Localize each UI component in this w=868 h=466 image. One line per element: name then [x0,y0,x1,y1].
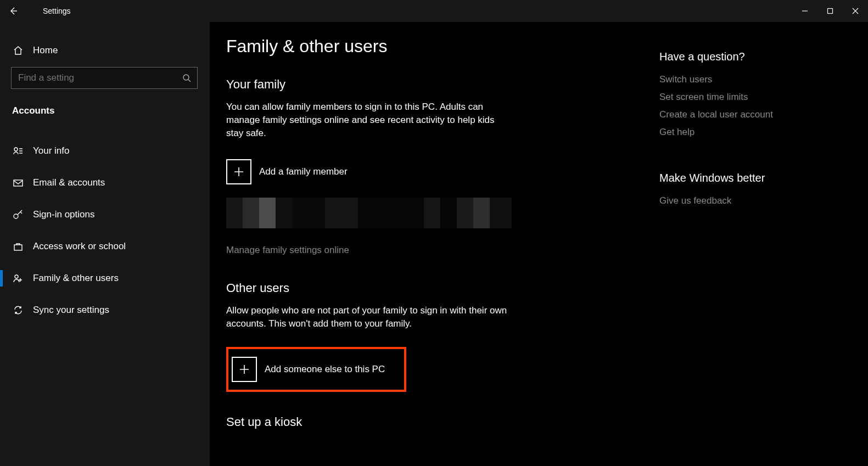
svg-rect-0 [828,9,833,14]
sync-icon [12,305,24,316]
svg-point-1 [183,75,189,80]
help-column: Have a question? Switch users Set screen… [659,50,824,213]
svg-point-6 [15,275,18,278]
minimize-button[interactable] [792,0,817,22]
sidebar-item-label: Sign-in options [33,209,94,220]
people-icon [12,273,24,284]
help-link-screen-time[interactable]: Set screen time limits [659,92,824,103]
sidebar-nav: Your info Email & accounts Sign-in optio… [0,135,210,326]
kiosk-heading: Set up a kiosk [226,415,868,429]
sidebar-item-sync-settings[interactable]: Sync your settings [0,294,210,326]
back-arrow-icon [8,6,18,16]
sidebar-home[interactable]: Home [0,36,210,65]
sidebar-item-family-other-users[interactable]: Family & other users [0,262,210,294]
sidebar-item-access-work-school[interactable]: Access work or school [0,231,210,262]
sidebar-item-email-accounts[interactable]: Email & accounts [0,167,210,199]
svg-point-4 [14,214,18,218]
briefcase-icon [12,241,24,252]
family-member-row-redacted [226,198,512,228]
add-someone-else-label: Add someone else to this PC [265,364,385,375]
feedback-link[interactable]: Give us feedback [659,195,824,206]
search-input[interactable] [18,72,182,83]
maximize-button[interactable] [817,0,843,22]
help-link-get-help[interactable]: Get help [659,127,824,138]
sidebar-group-label: Accounts [0,89,210,123]
plus-icon [232,357,257,382]
your-family-desc: You can allow family members to sign in … [226,100,512,139]
maximize-icon [827,8,833,14]
sidebar-item-label: Family & other users [33,273,119,284]
key-icon [12,209,24,220]
help-link-local-account[interactable]: Create a local user account [659,109,824,120]
person-card-icon [12,145,24,156]
minimize-icon [802,8,808,14]
search-icon [182,74,192,82]
have-a-question-heading: Have a question? [659,50,824,63]
titlebar: Settings [0,0,868,22]
svg-point-2 [14,148,18,151]
add-family-label: Add a family member [259,166,348,177]
sidebar: Home Accounts Your info Email & accounts [0,22,210,466]
other-users-desc: Allow people who are not part of your fa… [226,304,512,330]
other-users-heading: Other users [226,281,868,295]
mail-icon [12,177,24,188]
window-title: Settings [43,7,71,15]
sidebar-item-signin-options[interactable]: Sign-in options [0,199,210,231]
add-someone-else-button[interactable]: Add someone else to this PC [226,347,406,392]
sidebar-item-label: Access work or school [33,241,126,252]
svg-rect-3 [14,180,23,186]
close-icon [852,8,859,14]
manage-family-online-link[interactable]: Manage family settings online [226,245,349,256]
sidebar-item-label: Email & accounts [33,177,105,188]
svg-rect-5 [14,245,22,250]
plus-icon [226,159,251,184]
sidebar-home-label: Home [33,45,58,56]
window-controls [792,0,868,22]
sidebar-item-your-info[interactable]: Your info [0,135,210,167]
help-link-switch-users[interactable]: Switch users [659,74,824,85]
search-box[interactable] [11,67,198,89]
home-icon [12,45,24,56]
close-button[interactable] [843,0,868,22]
sidebar-item-label: Your info [33,145,69,156]
sidebar-item-label: Sync your settings [33,305,109,316]
make-windows-better-heading: Make Windows better [659,172,824,184]
back-button[interactable] [2,0,24,22]
